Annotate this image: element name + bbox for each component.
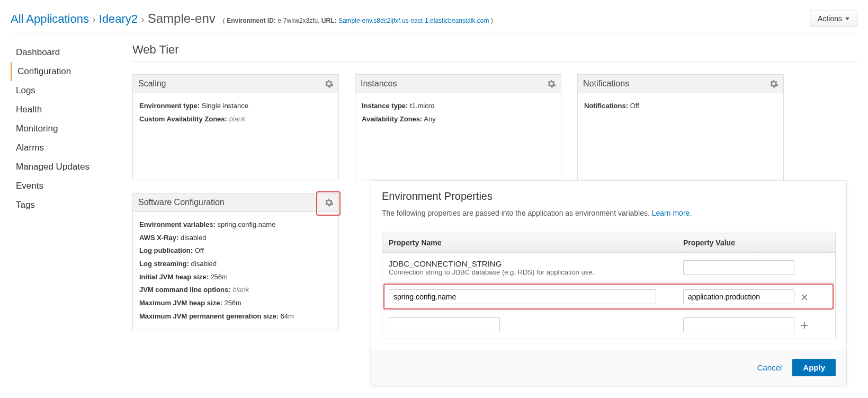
breadcrumb-sep: › <box>92 13 96 25</box>
learn-more-link[interactable]: Learn more. <box>652 209 692 217</box>
card-scaling-title: Scaling <box>138 79 166 89</box>
prop-name: JDBC_CONNECTION_STRING <box>389 259 670 268</box>
env-properties-panel: Environment Properties The following pro… <box>371 180 847 341</box>
prop-value-input[interactable] <box>683 289 794 304</box>
env-properties-desc: The following properties are passed into… <box>382 209 836 225</box>
scaling-envtype-value: Single instance <box>202 102 248 110</box>
sw-envvars-value: spring.config.name <box>217 220 275 228</box>
sidebar-item-configuration[interactable]: Configuration <box>11 62 132 81</box>
breadcrumb-app[interactable]: Ideary2 <box>99 12 138 26</box>
sw-logpub-label: Log publication: <box>139 246 193 254</box>
sidebar-item-dashboard[interactable]: Dashboard <box>11 43 132 62</box>
sw-xray-value: disabled <box>181 234 206 242</box>
th-property-value: Property Value <box>677 233 836 253</box>
card-notifications-title: Notifications <box>583 79 629 89</box>
sidebar-item-health[interactable]: Health <box>11 100 132 119</box>
env-url-label: URL: <box>321 17 337 24</box>
sidebar-item-events[interactable]: Events <box>11 176 132 196</box>
card-notifications: Notifications Notifications: Off <box>577 74 784 180</box>
notifications-label: Notifications: <box>584 102 628 110</box>
prop-row-spring <box>382 283 836 311</box>
prop-sub: Connection string to JDBC database (e.g.… <box>389 268 670 276</box>
sw-initheap-value: 256m <box>210 273 228 281</box>
env-id-label: Environment ID: <box>227 17 276 24</box>
breadcrumb-env: Sample-env <box>148 11 216 26</box>
sidebar-item-alarms[interactable]: Alarms <box>11 138 132 157</box>
env-properties-desc-text: The following properties are passed into… <box>382 209 650 217</box>
sidebar-item-managed-updates[interactable]: Managed Updates <box>11 157 132 176</box>
sidebar-item-tags[interactable]: Tags <box>11 196 132 215</box>
sw-xray-label: AWS X-Ray: <box>139 234 178 242</box>
scaling-caz-value: blank <box>229 115 246 123</box>
sw-maxperm-value: 64m <box>281 312 294 320</box>
instances-az-label: Availability Zones: <box>362 115 422 123</box>
env-meta-close: ) <box>491 17 493 24</box>
gear-icon[interactable] <box>769 79 778 88</box>
sidebar-item-monitoring[interactable]: Monitoring <box>11 119 132 138</box>
chevron-down-icon <box>845 17 849 20</box>
sidebar-item-logs[interactable]: Logs <box>11 81 132 100</box>
sw-jvmcli-value: blank <box>232 286 249 294</box>
sw-initheap-label: Initial JVM heap size: <box>139 273 209 281</box>
prop-row-jdbc: JDBC_CONNECTION_STRING Connection string… <box>382 253 836 283</box>
actions-label: Actions <box>818 14 842 23</box>
instances-az-value: Any <box>424 115 435 123</box>
card-scaling: Scaling Environment type: Single instanc… <box>132 74 339 180</box>
sidebar: Dashboard Configuration Logs Health Moni… <box>11 43 132 215</box>
env-properties-table: Property Name Property Value JDBC_CONNEC… <box>382 233 836 339</box>
instances-type-value: t1.micro <box>410 102 434 110</box>
breadcrumb-sep: › <box>141 13 145 25</box>
card-instances-title: Instances <box>361 79 397 89</box>
sw-maxheap-value: 256m <box>224 299 241 307</box>
prop-name-input[interactable] <box>389 317 500 332</box>
env-id-value: e-7wkw2x3zfu, <box>278 17 319 24</box>
sw-jvmcli-label: JVM command line options: <box>139 286 231 294</box>
env-properties-title: Environment Properties <box>382 190 836 202</box>
scaling-envtype-label: Environment type: <box>139 102 200 110</box>
card-instances: Instances Instance type: t1.micro Availa… <box>355 74 561 180</box>
section-title: Web Tier <box>132 43 857 61</box>
scaling-caz-label: Custom Availability Zones: <box>139 115 227 123</box>
gear-icon[interactable] <box>547 79 556 88</box>
env-meta: ( Environment ID: e-7wkw2x3zfu, URL: Sam… <box>223 17 493 24</box>
env-url-link[interactable]: Sample-env.s8dc2ijfxf.us-east-1.elasticb… <box>338 17 489 24</box>
remove-row-icon[interactable] <box>801 294 808 301</box>
sw-logstream-value: disabled <box>191 260 217 268</box>
sw-envvars-label: Environment variables: <box>139 220 216 228</box>
prop-value-input[interactable] <box>683 317 794 332</box>
th-property-name: Property Name <box>382 233 677 253</box>
sw-maxheap-label: Maximum JVM heap size: <box>139 299 222 307</box>
prop-row-empty <box>382 311 836 339</box>
notifications-value: Off <box>630 102 639 110</box>
sw-logstream-label: Log streaming: <box>139 260 189 268</box>
add-row-icon[interactable] <box>801 322 808 329</box>
breadcrumb: All Applications › Ideary2 › Sample-env … <box>11 11 493 26</box>
prop-name-input[interactable] <box>389 289 656 304</box>
gear-icon[interactable] <box>325 198 333 207</box>
prop-value-input[interactable] <box>683 260 794 275</box>
sw-maxperm-label: Maximum JVM permanent generation size: <box>139 312 279 320</box>
breadcrumb-all-apps[interactable]: All Applications <box>11 12 89 26</box>
actions-button[interactable]: Actions <box>810 11 857 26</box>
sw-logpub-value: Off <box>195 246 204 254</box>
card-software-title: Software Configuration <box>138 198 225 207</box>
card-software: Software Configuration Environment varia… <box>132 193 339 330</box>
instances-type-label: Instance type: <box>362 102 408 110</box>
gear-icon[interactable] <box>325 79 333 88</box>
